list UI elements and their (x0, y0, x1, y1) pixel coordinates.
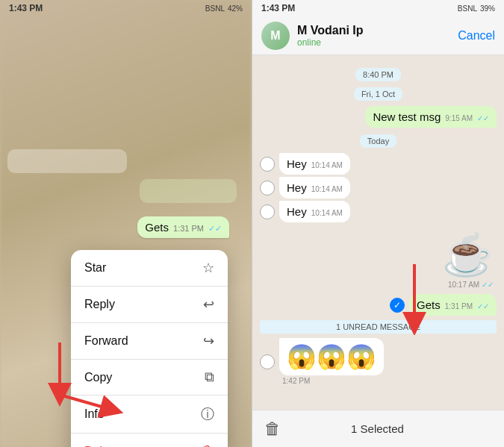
radio-hey2[interactable] (260, 181, 275, 196)
time-divider-top: 8:40 PM (260, 67, 497, 81)
context-delete[interactable]: Delete 🗑 (71, 434, 228, 447)
left-time: 1:43 PM (9, 3, 43, 13)
radio-emoji[interactable] (260, 354, 275, 369)
msg-row-hey2: Hey 10:14 AM (260, 177, 497, 199)
right-battery: 39% (480, 4, 495, 13)
contact-info: M Vodani Ip online (297, 24, 450, 48)
right-status-bar: 1:43 PM BSNL 39% (252, 0, 504, 16)
info-icon: ⓘ (201, 405, 214, 423)
right-time: 1:43 PM (261, 3, 295, 13)
msg-row-sticker: ☕ 10:17 AM ✓✓ (260, 225, 497, 292)
context-reply[interactable]: Reply ↩ (71, 287, 228, 323)
emoji-bubble: 😱😱😱 (279, 338, 384, 375)
newtestmsg-ticks: ✓✓ (477, 114, 489, 122)
right-header: M M Vodani Ip online Cancel (252, 16, 504, 55)
context-delete-label: Delete (84, 445, 119, 448)
sticker-emoji: ☕ (442, 231, 494, 278)
left-status-icons: BSNL 42% (205, 4, 243, 13)
left-battery: 42% (228, 4, 243, 13)
context-reply-label: Reply (84, 298, 115, 311)
gets-ticks: ✓✓ (208, 224, 222, 234)
bubble-hey3: Hey 10:14 AM (279, 201, 350, 222)
unread-divider: 1 UNREAD MESSAGE (260, 320, 497, 334)
msg-row-gets: Gets 1:31 PM ✓✓ (260, 294, 497, 316)
sticker-time: 10:17 AM (448, 281, 479, 289)
reply-icon: ↩ (203, 296, 214, 313)
gets-chat-time: 1:31 PM (445, 302, 473, 310)
msg-row-hey1: Hey 10:14 AM (260, 153, 497, 175)
date-divider-today: Today (260, 134, 497, 147)
delete-icon: 🗑 (201, 443, 214, 447)
bubble-hey1: Hey 10:14 AM (279, 153, 350, 175)
copy-icon: ⧉ (205, 369, 214, 385)
selected-label: 1 Selected (351, 422, 404, 435)
red-arrow-right (392, 260, 437, 335)
hey1-time: 10:14 AM (311, 161, 343, 169)
msg-row-newtestmsg: New test msg 9:15 AM ✓✓ (260, 106, 497, 128)
context-star-label: Star (84, 261, 106, 275)
gets-bubble: Gets 1:31 PM ✓✓ (137, 216, 229, 238)
newtestmsg-time: 9:15 AM (445, 114, 473, 122)
right-status-icons: BSNL 39% (458, 4, 495, 13)
bubble-hey2: Hey 10:14 AM (279, 177, 350, 199)
hey2-text: Hey (287, 181, 307, 194)
date-divider-fri: Fri, 1 Oct (260, 87, 497, 100)
newtestmsg-text: New test msg (373, 110, 441, 123)
hey3-text: Hey (287, 205, 307, 218)
svg-line-2 (60, 395, 112, 410)
left-network: BSNL (205, 4, 225, 13)
emoji-bubble-container: 😱😱😱 1:42 PM (279, 338, 384, 385)
context-star[interactable]: Star ☆ (71, 250, 228, 287)
radio-hey1[interactable] (260, 157, 275, 172)
contact-status: online (297, 37, 450, 48)
gets-text: Gets (145, 221, 169, 234)
bubble-newtestmsg: New test msg 9:15 AM ✓✓ (365, 106, 497, 128)
bg-msg-right (140, 179, 237, 203)
radio-hey3[interactable] (260, 204, 275, 219)
left-panel: 1:43 PM BSNL 42% Gets 1:31 PM ✓✓ Star ☆ … (0, 0, 252, 447)
trash-button[interactable]: 🗑 (264, 419, 281, 439)
star-icon: ☆ (202, 260, 214, 276)
left-status-bar: 1:43 PM BSNL 42% (0, 0, 252, 16)
msg-row-hey3: Hey 10:14 AM (260, 201, 497, 222)
contact-name: M Vodani Ip (297, 24, 450, 37)
sticker-ticks: ✓✓ (482, 281, 494, 289)
bg-msg-left (7, 149, 127, 173)
msg-row-emoji: 😱😱😱 1:42 PM (260, 338, 497, 385)
date-fri: Fri, 1 Oct (354, 87, 402, 101)
gets-time: 1:31 PM (173, 224, 204, 233)
date-today: Today (360, 134, 396, 148)
chat-area: 8:40 PM Fri, 1 Oct New test msg 9:15 AM … (252, 55, 504, 410)
emoji-time: 1:42 PM (282, 377, 310, 385)
red-arrow-left (15, 335, 149, 425)
avatar: M (261, 22, 290, 50)
bottom-bar: 🗑 1 Selected (252, 410, 504, 447)
hey1-text: Hey (287, 157, 307, 170)
forward-icon: ↪ (203, 333, 214, 349)
hey3-time: 10:14 AM (311, 209, 343, 217)
right-network: BSNL (458, 4, 477, 13)
time-bubble-top: 8:40 PM (355, 68, 401, 81)
sticker-bubble: ☕ 10:17 AM ✓✓ (439, 225, 497, 292)
cancel-button[interactable]: Cancel (458, 29, 495, 43)
gets-chat-ticks: ✓✓ (477, 302, 489, 310)
right-panel: 1:43 PM BSNL 39% M M Vodani Ip online Ca… (252, 0, 504, 447)
avatar-letter: M (270, 29, 280, 43)
hey2-time: 10:14 AM (311, 185, 343, 193)
